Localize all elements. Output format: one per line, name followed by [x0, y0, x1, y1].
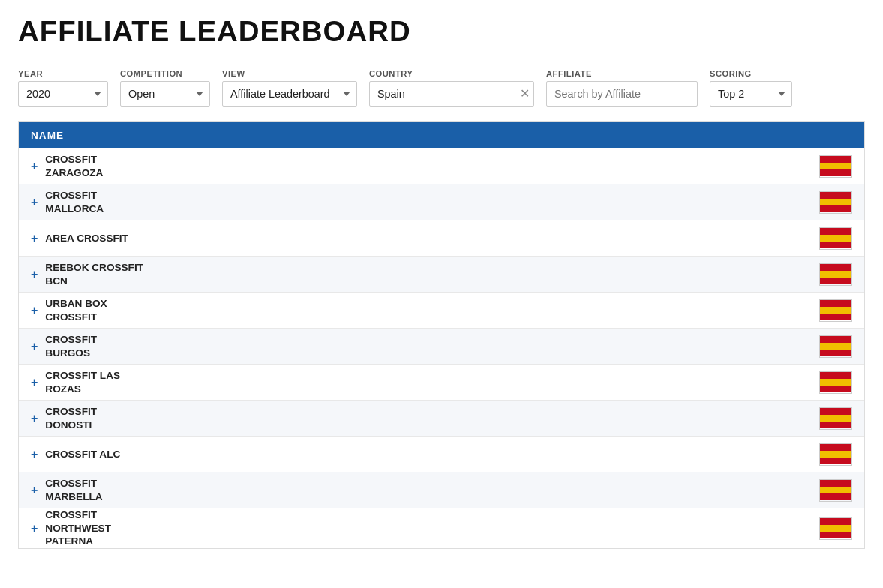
expand-icon[interactable]: + [31, 484, 38, 496]
affiliate-label: AFFILIATE [546, 69, 698, 78]
country-flag [819, 299, 852, 322]
affiliate-filter: AFFILIATE [546, 69, 698, 106]
affiliate-search-input[interactable] [546, 81, 698, 106]
view-filter: VIEW Affiliate LeaderboardIndividualTeam [222, 69, 357, 106]
affiliate-name: CROSSFIT MARBELLA [45, 477, 819, 503]
table-row[interactable]: +CROSSFIT MARBELLA [19, 472, 864, 508]
expand-icon[interactable]: + [31, 523, 38, 535]
expand-icon[interactable]: + [31, 376, 38, 388]
competition-filter: COMPETITION OpenGamesRegionals [120, 69, 210, 106]
expand-icon[interactable]: + [31, 196, 38, 208]
country-filter: COUNTRY ✕ [369, 69, 534, 106]
affiliate-name: REEBOK CROSSFIT BCN [45, 261, 819, 287]
competition-label: COMPETITION [120, 69, 210, 78]
table-row[interactable]: +CROSSFIT MALLORCA [19, 184, 864, 220]
expand-icon[interactable]: + [31, 412, 38, 424]
affiliate-name: CROSSFIT MALLORCA [45, 189, 819, 215]
competition-select[interactable]: OpenGamesRegionals [120, 81, 210, 106]
scoring-label: SCORING [710, 69, 792, 78]
table-row[interactable]: +CROSSFIT DONOSTI [19, 400, 864, 436]
affiliate-name: URBAN BOX CROSSFIT [45, 297, 819, 323]
leaderboard-table: NAME +CROSSFIT ZARAGOZA+CROSSFIT MALLORC… [18, 122, 865, 549]
affiliate-name: CROSSFIT BURGOS [45, 333, 819, 359]
country-flag [819, 191, 852, 214]
scoring-select[interactable]: Top 2Top 3Top 5 [710, 81, 792, 106]
country-flag [819, 407, 852, 430]
table-row[interactable]: +URBAN BOX CROSSFIT [19, 292, 864, 328]
view-select[interactable]: Affiliate LeaderboardIndividualTeam [222, 81, 357, 106]
affiliate-name: CROSSFIT ZARAGOZA [45, 153, 819, 179]
page-title: AFFILIATE LEADERBOARD [18, 15, 865, 48]
table-row[interactable]: +CROSSFIT ZARAGOZA [19, 148, 864, 184]
country-flag [819, 155, 852, 178]
table-body: +CROSSFIT ZARAGOZA+CROSSFIT MALLORCA+ARE… [19, 148, 864, 548]
expand-icon[interactable]: + [31, 448, 38, 460]
table-row[interactable]: +CROSSFIT NORTHWEST PATERNA [19, 508, 864, 548]
table-row[interactable]: +REEBOK CROSSFIT BCN [19, 256, 864, 292]
country-input[interactable] [369, 81, 534, 106]
country-clear-button[interactable]: ✕ [520, 88, 530, 100]
expand-icon[interactable]: + [31, 232, 38, 244]
table-row[interactable]: +CROSSFIT BURGOS [19, 328, 864, 364]
affiliate-name: CROSSFIT NORTHWEST PATERNA [45, 508, 819, 548]
country-flag [819, 371, 852, 394]
affiliate-name: AREA CROSSFIT [45, 232, 819, 245]
expand-icon[interactable]: + [31, 268, 38, 280]
table-row[interactable]: +CROSSFIT LAS ROZAS [19, 364, 864, 400]
affiliate-name: CROSSFIT LAS ROZAS [45, 369, 819, 395]
country-flag [819, 263, 852, 286]
scoring-filter: SCORING Top 2Top 3Top 5 [710, 69, 792, 106]
country-flag [819, 518, 852, 540]
country-input-wrap: ✕ [369, 81, 534, 106]
filters-bar: YEAR 2020201920182017 COMPETITION OpenGa… [18, 69, 865, 106]
table-row[interactable]: +AREA CROSSFIT [19, 220, 864, 256]
affiliate-name: CROSSFIT DONOSTI [45, 405, 819, 431]
affiliate-name: CROSSFIT ALC [45, 448, 819, 461]
year-select[interactable]: 2020201920182017 [18, 81, 108, 106]
year-label: YEAR [18, 69, 108, 78]
expand-icon[interactable]: + [31, 160, 38, 172]
country-flag [819, 443, 852, 466]
table-header: NAME [19, 122, 864, 148]
country-label: COUNTRY [369, 69, 534, 78]
year-filter: YEAR 2020201920182017 [18, 69, 108, 106]
expand-icon[interactable]: + [31, 340, 38, 352]
country-flag [819, 335, 852, 358]
country-flag [819, 227, 852, 250]
table-row[interactable]: +CROSSFIT ALC [19, 436, 864, 472]
expand-icon[interactable]: + [31, 304, 38, 316]
country-flag [819, 479, 852, 502]
view-label: VIEW [222, 69, 357, 78]
